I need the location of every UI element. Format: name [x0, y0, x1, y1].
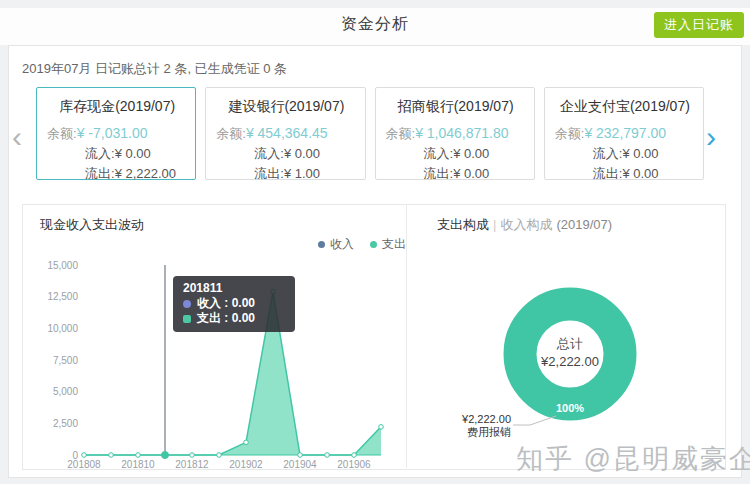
balance-label: 余额: [47, 126, 77, 141]
donut-callout-name: 费用报销 [467, 426, 511, 438]
donut-total-value: ¥2,222.00 [540, 354, 599, 369]
tooltip-period: 201811 [183, 281, 285, 296]
breakdown-title: 支出构成|收入构成(2019/07) [437, 216, 612, 234]
tooltip-income-row: 收入 : 0.00 [183, 296, 285, 311]
zhihu-watermark: 知乎 @昆明威豪企业 [516, 441, 750, 477]
svg-text:10,000: 10,000 [47, 323, 78, 334]
svg-text:201808: 201808 [67, 459, 101, 470]
chart-tooltip: 201811 收入 : 0.00 支出 : 0.00 [173, 276, 295, 332]
outflow-label: 流出: [424, 166, 454, 181]
expense-donut-chart[interactable]: 总计 ¥2,222.00 100% ¥2,222.00 费用报销 [430, 268, 730, 468]
svg-text:201902: 201902 [229, 459, 263, 470]
expense-marker-icon [183, 315, 191, 323]
legend-item-expense[interactable]: 支出 [370, 236, 406, 253]
donut-callout-value: ¥2,222.00 [461, 413, 511, 425]
balance-label: 余额: [386, 126, 416, 141]
svg-text:201810: 201810 [121, 459, 155, 470]
inflow-line: 流入:¥ 0.00 [386, 144, 526, 164]
balance-line: 余额:¥ 454,364.45 [216, 123, 356, 144]
income-marker-icon [183, 300, 191, 308]
svg-text:15,000: 15,000 [47, 260, 78, 271]
balance-value: ¥ 1,046,871.80 [415, 125, 508, 141]
enter-journal-button[interactable]: 进入日记账 [654, 12, 744, 38]
balance-line: 余额:¥ 232,797.00 [555, 123, 695, 144]
svg-text:7,500: 7,500 [53, 355, 78, 366]
inflow-line: 流入:¥ 0.00 [555, 144, 695, 164]
account-card-ccb-bank[interactable]: 建设银行(2019/07) 余额:¥ 454,364.45 流入:¥ 0.00 … [205, 87, 365, 180]
svg-text:12,500: 12,500 [47, 291, 78, 302]
donut-total-label: 总计 [556, 336, 583, 351]
account-card-alipay[interactable]: 企业支付宝(2019/07) 余额:¥ 232,797.00 流入:¥ 0.00… [544, 87, 704, 180]
chevron-right-icon[interactable]: › [706, 122, 716, 152]
svg-text:201812: 201812 [175, 459, 209, 470]
inflow-value: ¥ 0.00 [453, 146, 489, 161]
page-title: 资金分析 [0, 14, 750, 35]
inflow-value: ¥ 0.00 [622, 146, 658, 161]
balance-line: 余额:¥ -7,031.00 [47, 123, 187, 144]
tooltip-income-text: 收入 : 0.00 [197, 296, 255, 311]
inflow-value: ¥ 0.00 [284, 146, 320, 161]
tab-income-breakdown[interactable]: 收入构成 [500, 217, 552, 232]
outflow-label: 流出: [593, 166, 623, 181]
balance-value: ¥ 454,364.45 [246, 125, 328, 141]
tooltip-expense-text: 支出 : 0.00 [197, 311, 255, 326]
breakdown-period: (2019/07) [556, 217, 612, 232]
inflow-value: ¥ 0.00 [115, 146, 151, 161]
account-card-title: 建设银行(2019/07) [216, 98, 356, 116]
tab-expense-breakdown[interactable]: 支出构成 [437, 217, 489, 232]
cash-flow-chart-title: 现金收入支出波动 [40, 216, 144, 234]
outflow-value: ¥ 0.00 [453, 166, 489, 181]
tab-divider: | [493, 217, 496, 232]
outflow-label: 流出: [85, 166, 115, 181]
chevron-left-icon[interactable]: ‹ [12, 122, 22, 152]
donut-slice-percent: 100% [556, 402, 584, 414]
chart-legend: 收入 支出 [318, 236, 406, 253]
outflow-line: 流出:¥ 0.00 [555, 164, 695, 184]
inflow-line: 流入:¥ 0.00 [216, 144, 356, 164]
balance-label: 余额: [216, 126, 246, 141]
expense-dot-icon [370, 241, 377, 248]
account-card-cash[interactable]: 库存现金(2019/07) 余额:¥ -7,031.00 流入:¥ 0.00 流… [36, 87, 196, 180]
outflow-value: ¥ 1.00 [284, 166, 320, 181]
outflow-value: ¥ 2,222.00 [115, 166, 176, 181]
svg-text:201904: 201904 [283, 459, 317, 470]
outflow-line: 流出:¥ 0.00 [386, 164, 526, 184]
balance-label: 余额: [555, 126, 585, 141]
donut-callout-line [513, 416, 556, 425]
journal-summary-text: 2019年07月 日记账总计 2 条, 已生成凭证 0 条 [22, 60, 287, 78]
inflow-label: 流入: [424, 146, 454, 161]
legend-label: 支出 [382, 236, 406, 253]
account-card-title: 库存现金(2019/07) [47, 98, 187, 116]
inflow-label: 流入: [254, 146, 284, 161]
tooltip-expense-row: 支出 : 0.00 [183, 311, 285, 326]
svg-text:2,500: 2,500 [53, 418, 78, 429]
balance-value: ¥ -7,031.00 [77, 125, 148, 141]
legend-label: 收入 [330, 236, 354, 253]
account-card-cmb-bank[interactable]: 招商银行(2019/07) 余额:¥ 1,046,871.80 流入:¥ 0.0… [375, 87, 535, 180]
income-dot-icon [318, 241, 325, 248]
account-card-title: 招商银行(2019/07) [386, 98, 526, 116]
outflow-line: 流出:¥ 1.00 [216, 164, 356, 184]
account-card-title: 企业支付宝(2019/07) [555, 98, 695, 116]
balance-line: 余额:¥ 1,046,871.80 [386, 123, 526, 144]
account-cards-row: 库存现金(2019/07) 余额:¥ -7,031.00 流入:¥ 0.00 流… [36, 87, 704, 180]
outflow-label: 流出: [254, 166, 284, 181]
inflow-label: 流入: [593, 146, 623, 161]
inflow-label: 流入: [85, 146, 115, 161]
outflow-line: 流出:¥ 2,222.00 [47, 164, 187, 184]
outflow-value: ¥ 0.00 [622, 166, 658, 181]
svg-text:201906: 201906 [337, 459, 371, 470]
svg-text:5,000: 5,000 [53, 386, 78, 397]
inflow-line: 流入:¥ 0.00 [47, 144, 187, 164]
legend-item-income[interactable]: 收入 [318, 236, 354, 253]
balance-value: ¥ 232,797.00 [584, 125, 666, 141]
